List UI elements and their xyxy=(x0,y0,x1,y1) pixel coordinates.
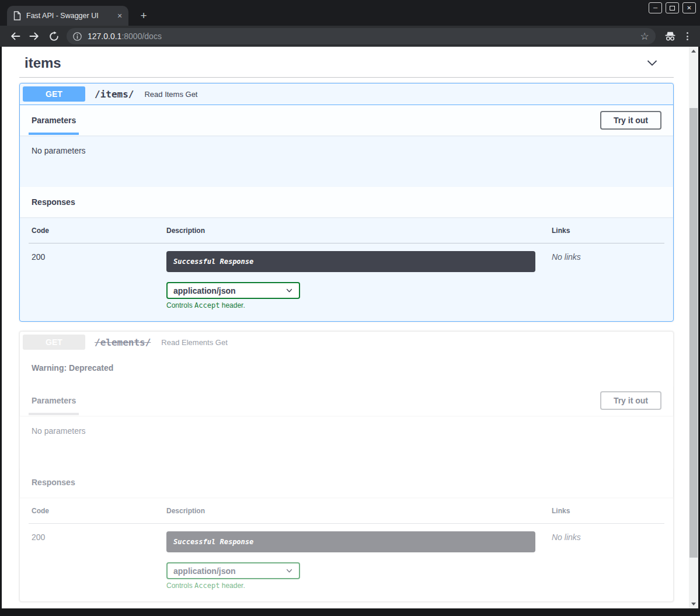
url-text[interactable]: 127.0.0.1:8000/docs xyxy=(88,32,637,41)
media-type-value: application/json xyxy=(173,566,236,576)
method-badge: GET xyxy=(23,335,85,350)
parameters-tab[interactable]: Parameters xyxy=(32,396,76,405)
response-links: No links xyxy=(552,251,664,309)
responses-header: Responses xyxy=(20,187,673,217)
forward-arrow-icon xyxy=(29,30,40,42)
back-arrow-icon xyxy=(9,30,21,42)
deprecated-warning: Warning: Deprecated xyxy=(20,353,673,385)
responses-title: Responses xyxy=(32,197,75,207)
window-controls: ─ ✕ xyxy=(649,2,696,13)
close-button[interactable]: ✕ xyxy=(682,2,696,13)
tag-title: items xyxy=(25,55,645,71)
try-it-out-button[interactable]: Try it out xyxy=(600,391,661,410)
method-badge: GET xyxy=(23,86,85,102)
browser-tab[interactable]: Fast API - Swagger UI ✕ xyxy=(7,6,128,26)
url-path: :8000/docs xyxy=(121,32,162,41)
no-parameters-message: No parameters xyxy=(32,146,661,155)
bookmark-star-icon[interactable]: ☆ xyxy=(637,29,652,44)
parameters-body: No parameters xyxy=(20,135,673,187)
scrollbar-up-button[interactable] xyxy=(689,47,698,55)
parameters-body: No parameters xyxy=(20,416,673,467)
no-parameters-message: No parameters xyxy=(32,426,661,436)
opblock-get-items: GET /items/ Read Items Get Parameters Tr… xyxy=(19,83,674,322)
minimize-button[interactable]: ─ xyxy=(649,2,662,13)
tag-section-header[interactable]: items xyxy=(19,53,674,78)
opblock-summary[interactable]: GET /items/ Read Items Get xyxy=(20,83,673,105)
code-column-header: Code xyxy=(29,227,166,235)
endpoint-summary: Read Items Get xyxy=(144,90,197,99)
reload-icon xyxy=(48,31,60,42)
try-it-out-button[interactable]: Try it out xyxy=(600,111,661,130)
incognito-icon xyxy=(661,28,679,44)
links-column-header: Links xyxy=(552,507,664,515)
swagger-page: items GET /items/ Read Items Get Paramet… xyxy=(2,47,689,608)
endpoint-path: /items/ xyxy=(85,89,140,100)
tab-close-icon[interactable]: ✕ xyxy=(114,11,125,21)
responses-table-head: Code Description Links xyxy=(29,227,664,243)
parameters-header: Parameters Try it out xyxy=(20,105,673,135)
collapse-chevron-icon[interactable] xyxy=(645,56,659,70)
reload-button[interactable] xyxy=(46,28,62,44)
response-description: Successful Response xyxy=(166,531,535,552)
responses-table-head: Code Description Links xyxy=(29,507,664,524)
address-bar[interactable]: 127.0.0.1:8000/docs ☆ xyxy=(67,28,656,44)
back-button[interactable] xyxy=(7,28,23,44)
select-chevron-icon xyxy=(285,567,293,575)
parameters-tab[interactable]: Parameters xyxy=(32,116,76,125)
tab-strip: Fast API - Swagger UI ✕ + ─ ✕ xyxy=(0,0,700,26)
scrollbar[interactable] xyxy=(689,47,698,608)
page-content: items GET /items/ Read Items Get Paramet… xyxy=(2,47,698,608)
maximize-icon xyxy=(670,6,675,11)
response-links: No links xyxy=(552,531,664,590)
scroll-down-icon xyxy=(691,603,696,605)
tab-title: Fast API - Swagger UI xyxy=(26,12,114,20)
scrollbar-down-button[interactable] xyxy=(689,600,698,608)
opblock-summary[interactable]: GET /elements/ Read Elements Get xyxy=(20,332,673,353)
scrollbar-thumb[interactable] xyxy=(689,108,698,558)
browser-menu-button[interactable] xyxy=(680,28,694,44)
description-column-header: Description xyxy=(166,227,552,235)
responses-title: Responses xyxy=(32,478,75,487)
links-column-header: Links xyxy=(552,227,664,235)
deprecated-warning-text: Warning: Deprecated xyxy=(32,363,113,373)
accept-header-note: Controls Accept header. xyxy=(166,301,552,309)
responses-table: Code Description Links 200 Successful Re… xyxy=(20,217,673,321)
scroll-up-icon xyxy=(691,50,696,53)
response-code: 200 xyxy=(29,251,166,309)
maximize-button[interactable] xyxy=(666,2,679,13)
page-favicon-icon xyxy=(13,11,21,20)
new-tab-button[interactable]: + xyxy=(136,8,151,23)
select-chevron-icon xyxy=(285,287,293,294)
browser-toolbar: 127.0.0.1:8000/docs ☆ xyxy=(0,26,700,47)
responses-header: Responses xyxy=(20,467,673,497)
browser-window: Fast API - Swagger UI ✕ + ─ ✕ 127.0.0.1:… xyxy=(0,0,700,616)
code-column-header: Code xyxy=(29,507,166,515)
endpoint-summary: Read Elements Get xyxy=(161,338,227,347)
response-row: 200 Successful Response application/json… xyxy=(29,243,664,309)
media-type-value: application/json xyxy=(173,286,236,295)
parameters-header: Parameters Try it out xyxy=(20,385,673,416)
response-description: Successful Response xyxy=(166,251,535,272)
media-type-select[interactable]: application/json xyxy=(166,282,300,299)
media-type-select[interactable]: application/json xyxy=(166,562,300,579)
accept-header-note: Controls Accept header. xyxy=(166,582,552,590)
description-column-header: Description xyxy=(166,507,552,515)
response-row: 200 Successful Response application/json… xyxy=(29,524,664,590)
response-code: 200 xyxy=(29,531,166,590)
responses-table: Code Description Links 200 Successful Re… xyxy=(20,497,673,601)
site-info-icon[interactable] xyxy=(72,32,82,41)
forward-button[interactable] xyxy=(26,28,43,44)
opblock-get-elements-deprecated: GET /elements/ Read Elements Get Warning… xyxy=(19,331,674,602)
endpoint-path: /elements/ xyxy=(85,337,156,348)
url-host: 127.0.0.1 xyxy=(88,32,121,41)
